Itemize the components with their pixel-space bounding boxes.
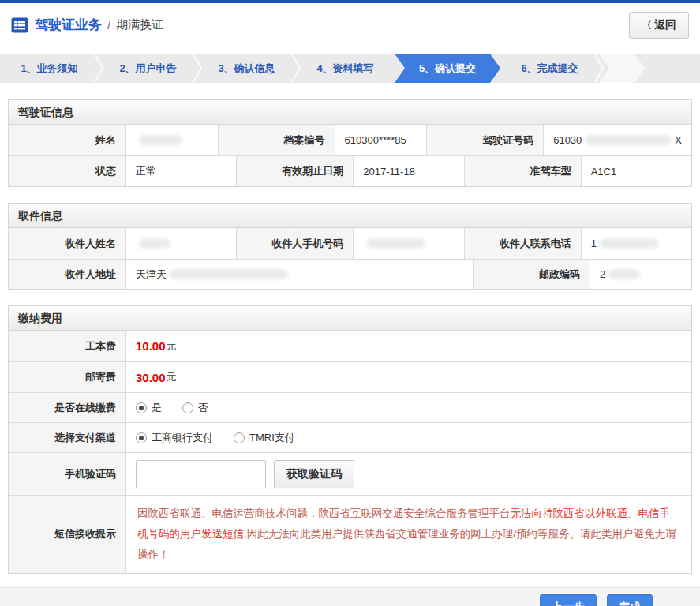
table-row: 收件人地址 天津天 邮政编码 2 [9,259,691,289]
postage-fee-amount: 30.00 [136,371,166,384]
recipient-name-label: 收件人姓名 [9,228,125,259]
radio-icon [136,432,147,443]
breadcrumb-divider: / [107,18,110,32]
recipient-phone-value: 1 [581,228,691,259]
base-fee-unit: 元 [167,339,177,354]
vehicle-class-label: 准驾车型 [464,156,581,186]
step-trailing-arrow [599,54,645,83]
pay-channel-option-tmri[interactable]: TMRI支付 [234,431,295,445]
step-label: 4、资料填写 [316,62,373,76]
name-value [125,125,218,155]
radio-option-label: 工商银行支付 [152,431,213,445]
table-row: 邮寄费 30.00元 [9,361,691,392]
online-pay-label: 是否在线缴费 [9,393,125,422]
step-separator-icon [290,54,301,83]
table-row: 状态 正常 有效期止日期 2017-11-18 准驾车型 A1C1 [9,155,691,186]
breadcrumb-subpage: 期满换证 [116,17,163,32]
step-2-user-declaration[interactable]: 2、用户申告 [99,54,197,83]
vehicle-class-value: A1C1 [581,156,691,186]
base-fee-amount: 10.00 [136,339,166,353]
step-separator-icon [93,54,104,83]
payment-section-title: 缴纳费用 [9,306,691,331]
pay-channel-option-icbc[interactable]: 工商银行支付 [136,431,213,445]
step-label: 1、业务须知 [21,62,77,76]
license-section-title: 驾驶证信息 [9,100,691,125]
postage-fee-label: 邮寄费 [9,362,125,392]
step-5-confirm-submit[interactable]: 5、确认提交 [395,54,500,83]
step-label: 2、用户申告 [119,62,176,76]
back-button-label: 返回 [654,18,676,32]
recipient-phone-label: 收件人联系电话 [464,228,581,259]
pay-channel-value: 工商银行支付 TMRI支付 [125,423,691,452]
recipient-address-label: 收件人地址 [9,260,125,289]
zip-code-value: 2 [590,260,691,289]
step-4-fill-materials[interactable]: 4、资料填写 [296,54,395,83]
back-button[interactable]: 〈 返回 [629,12,689,39]
radio-icon [234,432,245,443]
table-row: 选择支付渠道 工商银行支付 TMRI支付 [9,422,691,452]
postage-fee-unit: 元 [167,370,177,384]
table-row: 是否在线缴费 是 否 [9,392,691,422]
step-label: 6、完成提交 [521,62,578,76]
online-pay-option-no[interactable]: 否 [182,401,208,415]
step-label: 5、确认提交 [419,62,476,76]
chevron-left-icon: 〈 [642,18,652,32]
file-number-label: 档案编号 [218,125,335,155]
redacted-value [366,238,425,249]
radio-icon [182,402,193,413]
redacted-value [170,269,288,279]
redacted-value [608,269,640,279]
recipient-name-value [125,228,236,259]
online-pay-radio-group: 是 否 [136,401,208,415]
recipient-mobile-value [353,228,463,259]
pay-channel-label: 选择支付渠道 [9,423,125,452]
recipient-phone-prefix: 1 [591,238,597,249]
expiry-date-label: 有效期止日期 [236,156,353,186]
license-number-value: 61030X [543,125,691,155]
step-6-complete-submit[interactable]: 6、完成提交 [500,54,599,83]
recipient-address-value: 天津天 [125,260,473,289]
page-title: 驾驶证业务 [35,16,102,34]
license-number-prefix: 61030 [553,134,582,146]
page-header: 驾驶证业务 / 期满换证 〈 返回 [0,3,700,47]
zip-code-label: 邮政编码 [473,260,590,289]
pickup-section-title: 取件信息 [9,204,691,228]
previous-step-button[interactable]: 上一步 [540,594,597,606]
table-row: 姓名 档案编号 610300****85 驾驶证号码 61030X [9,125,691,155]
main-content: 驾驶证信息 姓名 档案编号 610300****85 驾驶证号码 61030X … [0,99,700,574]
table-row: 手机验证码 获取验证码 [9,452,691,495]
step-3-confirm-info[interactable]: 3、确认信息 [197,54,296,83]
postage-fee-value: 30.00元 [125,362,691,392]
table-row: 短信接收提示 因陕西省联通、电信运营商技术问题，陕西省互联网交通安全综合服务管理… [9,495,691,573]
license-number-suffix: X [675,134,682,146]
table-row: 收件人姓名 收件人手机号码 收件人联系电话 1 [9,228,691,259]
recipient-address-prefix: 天津天 [136,267,167,282]
base-fee-label: 工本费 [9,331,125,361]
license-info-section: 驾驶证信息 姓名 档案编号 610300****85 驾驶证号码 61030X … [8,99,692,187]
finish-button[interactable]: 完成 [607,594,653,606]
get-code-button[interactable]: 获取验证码 [274,460,354,488]
step-separator-icon [192,54,203,83]
file-number-value: 610300****85 [335,125,427,155]
redacted-value [600,238,659,249]
name-label: 姓名 [9,125,125,155]
pay-channel-radio-group: 工商银行支付 TMRI支付 [136,431,295,445]
radio-option-label: 是 [152,401,162,415]
redacted-value [139,238,170,249]
radio-option-label: TMRI支付 [249,431,295,445]
sms-code-label: 手机验证码 [9,453,125,495]
pickup-info-section: 取件信息 收件人姓名 收件人手机号码 收件人联系电话 1 收件人地址 天津天 邮… [8,203,692,290]
sms-notice-label: 短信接收提示 [9,496,125,573]
license-number-label: 驾驶证号码 [426,125,543,155]
expiry-date-value: 2017-11-18 [353,156,463,186]
sms-code-input[interactable] [136,460,266,488]
sms-notice-text: 因陕西省联通、电信运营商技术问题，陕西省互联网交通安全综合服务管理平台无法向持陕… [125,496,691,573]
online-pay-option-yes[interactable]: 是 [136,401,162,415]
step-1-business-notice[interactable]: 1、业务须知 [0,54,99,83]
step-separator-icon [593,54,605,83]
radio-option-label: 否 [198,401,208,415]
recipient-mobile-label: 收件人手机号码 [236,228,353,259]
notice-segment: 因陕西省联通、电信运营商技术问题，陕西省互联网交通安全综合服务管理平台 [137,507,511,519]
online-pay-value: 是 否 [125,393,691,422]
table-row: 工本费 10.00元 [9,331,691,361]
